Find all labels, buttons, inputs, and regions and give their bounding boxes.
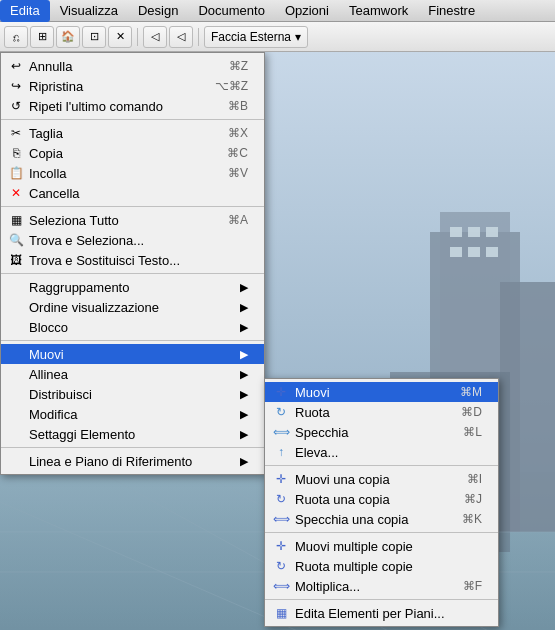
ripeti-icon: ↺ xyxy=(7,99,25,113)
muovi-copia-icon: ✛ xyxy=(271,472,291,486)
sep-1 xyxy=(1,119,264,120)
svg-rect-8 xyxy=(468,247,480,257)
settaggi-arrow: ▶ xyxy=(230,428,248,441)
modifica-arrow: ▶ xyxy=(230,408,248,421)
allinea-arrow: ▶ xyxy=(230,368,248,381)
eleva-icon: ↑ xyxy=(271,445,291,459)
menu-bar: Edita Visualizza Design Documento Opzion… xyxy=(0,0,555,22)
menu-item-blocco[interactable]: Blocco ▶ xyxy=(1,317,264,337)
menu-bar-item-finestre[interactable]: Finestre xyxy=(418,0,485,22)
toolbar-btn-6[interactable]: ◁ xyxy=(143,26,167,48)
edita-piani-icon: ▦ xyxy=(271,606,291,620)
ripristina-icon: ↪ xyxy=(7,79,25,93)
toolbar-sep-2 xyxy=(198,28,199,46)
submenu-item-muovi-multi[interactable]: ✛ Muovi multiple copie xyxy=(265,536,498,556)
toolbar-btn-2[interactable]: ⊞ xyxy=(30,26,54,48)
menu-item-trova[interactable]: 🔍 Trova e Seleziona... xyxy=(1,230,264,250)
toolbar: ⎌ ⊞ 🏠 ⊡ ✕ ◁ ◁ Faccia Esterna ▾ xyxy=(0,22,555,52)
menu-item-settaggi[interactable]: Settaggi Elemento ▶ xyxy=(1,424,264,444)
menu-bar-item-visualizza[interactable]: Visualizza xyxy=(50,0,128,22)
menu-item-taglia[interactable]: ✂ Taglia ⌘X xyxy=(1,123,264,143)
ordine-arrow: ▶ xyxy=(230,301,248,314)
muovi-submenu-popup: ✛ Muovi ⌘M ↻ Ruota ⌘D ⟺ Specchia ⌘L ↑ El… xyxy=(264,378,499,627)
svg-rect-7 xyxy=(450,247,462,257)
menu-item-ripeti[interactable]: ↺ Ripeti l'ultimo comando ⌘B xyxy=(1,96,264,116)
submenu-item-eleva[interactable]: ↑ Eleva... xyxy=(265,442,498,462)
ruota-icon: ↻ xyxy=(271,405,291,419)
menu-item-copia[interactable]: ⎘ Copia ⌘C xyxy=(1,143,264,163)
specchia-copia-icon: ⟺ xyxy=(271,512,291,526)
menu-item-raggruppamento[interactable]: Raggruppamento ▶ xyxy=(1,277,264,297)
menu-item-modifica[interactable]: Modifica ▶ xyxy=(1,404,264,424)
trova2-icon: 🖼 xyxy=(7,253,25,267)
toolbar-btn-7[interactable]: ◁ xyxy=(169,26,193,48)
submenu-item-ruota[interactable]: ↻ Ruota ⌘D xyxy=(265,402,498,422)
annulla-icon: ↩ xyxy=(7,59,25,73)
menu-item-cancella[interactable]: ✕ Cancella xyxy=(1,183,264,203)
submenu-item-muovi-copia[interactable]: ✛ Muovi una copia ⌘I xyxy=(265,469,498,489)
specchia-icon: ⟺ xyxy=(271,425,291,439)
menu-item-allinea[interactable]: Allinea ▶ xyxy=(1,364,264,384)
main-content: ↩ Annulla ⌘Z ↪ Ripristina ⌥⌘Z ↺ Ripeti l… xyxy=(0,52,555,630)
menu-bar-item-opzioni[interactable]: Opzioni xyxy=(275,0,339,22)
submenu-item-ruota-copia[interactable]: ↻ Ruota una copia ⌘J xyxy=(265,489,498,509)
submenu-item-specchia-copia[interactable]: ⟺ Specchia una copia ⌘K xyxy=(265,509,498,529)
menu-item-ordine[interactable]: Ordine visualizzazione ▶ xyxy=(1,297,264,317)
menu-item-ripristina[interactable]: ↪ Ripristina ⌥⌘Z xyxy=(1,76,264,96)
svg-rect-9 xyxy=(486,247,498,257)
ruota-multi-icon: ↻ xyxy=(271,559,291,573)
svg-rect-5 xyxy=(468,227,480,237)
muovi-submenu-icon: ✛ xyxy=(271,385,291,399)
menu-item-distribuisci[interactable]: Distribuisci ▶ xyxy=(1,384,264,404)
submenu-sep-3 xyxy=(265,599,498,600)
submenu-sep-2 xyxy=(265,532,498,533)
sep-5 xyxy=(1,447,264,448)
menu-bar-item-teamwork[interactable]: Teamwork xyxy=(339,0,418,22)
menu-item-incolla[interactable]: 📋 Incolla ⌘V xyxy=(1,163,264,183)
seleziona-icon: ▦ xyxy=(7,213,25,227)
submenu-item-muovi[interactable]: ✛ Muovi ⌘M xyxy=(265,382,498,402)
submenu-item-moltiplica[interactable]: ⟺ Moltiplica... ⌘F xyxy=(265,576,498,596)
svg-rect-6 xyxy=(486,227,498,237)
raggruppamento-arrow: ▶ xyxy=(230,281,248,294)
distribuisci-arrow: ▶ xyxy=(230,388,248,401)
moltiplica-icon: ⟺ xyxy=(271,579,291,593)
copia-icon: ⎘ xyxy=(7,146,25,160)
menu-item-seleziona[interactable]: ▦ Seleziona Tutto ⌘A xyxy=(1,210,264,230)
edita-menu-popup: ↩ Annulla ⌘Z ↪ Ripristina ⌥⌘Z ↺ Ripeti l… xyxy=(0,52,265,475)
linea-arrow: ▶ xyxy=(230,455,248,468)
muovi-arrow: ▶ xyxy=(230,348,248,361)
toolbar-btn-5[interactable]: ✕ xyxy=(108,26,132,48)
toolbar-view-label[interactable]: Faccia Esterna ▾ xyxy=(204,26,308,48)
menu-item-linea[interactable]: Linea e Piano di Riferimento ▶ xyxy=(1,451,264,471)
toolbar-btn-4[interactable]: ⊡ xyxy=(82,26,106,48)
submenu-item-ruota-multi[interactable]: ↻ Ruota multiple copie xyxy=(265,556,498,576)
incolla-icon: 📋 xyxy=(7,166,25,180)
svg-rect-4 xyxy=(450,227,462,237)
submenu-sep-1 xyxy=(265,465,498,466)
trova-icon: 🔍 xyxy=(7,233,25,247)
ruota-copia-icon: ↻ xyxy=(271,492,291,506)
menu-bar-item-design[interactable]: Design xyxy=(128,0,188,22)
cancella-icon: ✕ xyxy=(7,186,25,200)
submenu-item-specchia[interactable]: ⟺ Specchia ⌘L xyxy=(265,422,498,442)
menu-bar-item-edita[interactable]: Edita xyxy=(0,0,50,22)
sep-2 xyxy=(1,206,264,207)
taglia-icon: ✂ xyxy=(7,126,25,140)
toolbar-btn-1[interactable]: ⎌ xyxy=(4,26,28,48)
submenu-item-edita-piani[interactable]: ▦ Edita Elementi per Piani... xyxy=(265,603,498,623)
sep-3 xyxy=(1,273,264,274)
chevron-down-icon: ▾ xyxy=(295,30,301,44)
toolbar-sep-1 xyxy=(137,28,138,46)
toolbar-btn-3[interactable]: 🏠 xyxy=(56,26,80,48)
sep-4 xyxy=(1,340,264,341)
menu-item-trova2[interactable]: 🖼 Trova e Sostituisci Testo... xyxy=(1,250,264,270)
blocco-arrow: ▶ xyxy=(230,321,248,334)
menu-item-annulla[interactable]: ↩ Annulla ⌘Z xyxy=(1,56,264,76)
menu-item-muovi[interactable]: Muovi ▶ xyxy=(1,344,264,364)
muovi-multi-icon: ✛ xyxy=(271,539,291,553)
menu-bar-item-documento[interactable]: Documento xyxy=(188,0,274,22)
